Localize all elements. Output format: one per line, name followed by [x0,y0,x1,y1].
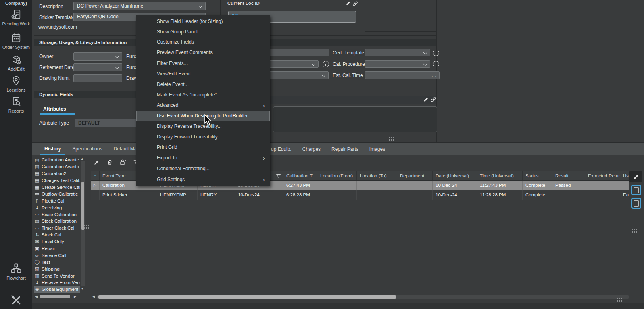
column-header-date-universal-[interactable]: Date (Universal) [433,171,477,180]
context-menu-item[interactable]: Show Field Header (for Sizing) [136,16,270,27]
event-type-list-item[interactable]: ∞ Service Call [34,252,80,259]
column-header-location-from-[interactable]: Location (From) [317,171,357,180]
event-type-list-item[interactable]: ⇅ Stock Cal [34,232,80,238]
event-type-list-item[interactable]: ⊕ Global Equipment [34,286,80,293]
edit-pencil-icon[interactable] [345,1,351,6]
context-menu-item[interactable]: Display Forward Traceability... [136,132,270,142]
ellipsis-button[interactable]: … [431,72,436,79]
column-header-user[interactable]: User [620,171,629,180]
context-menu-item[interactable]: Delete Event... [136,79,270,90]
list-scroll-left[interactable]: ◀ [35,295,38,299]
event-type-list-item[interactable]: ▥ Send To Vendor [34,272,80,279]
blue-action-button-1[interactable] [631,185,641,195]
column-header-calibration-t[interactable]: Calibration T [283,171,317,180]
event-type-list-item[interactable]: ✉ Email Only [34,238,80,245]
grid-scrollbar-thumb[interactable] [98,295,396,299]
splitter-grip[interactable] [389,137,390,138]
blue-action-button-2[interactable] [631,198,641,209]
website-link[interactable]: www.indysoft.com [38,24,77,30]
owner-dropdown[interactable] [73,52,122,61]
event-type-list-item[interactable]: ▦ Create Service Call [34,184,80,191]
link-icon[interactable] [430,96,436,102]
event-type-icon: ▣ [34,246,40,251]
list-scroll-up[interactable]: ▲ [81,157,84,161]
info-icon[interactable] [433,61,439,67]
tab[interactable]: Repair Parts [331,146,358,152]
context-menu-item[interactable]: Conditional Formatting... [136,163,270,174]
drawing-num-input[interactable] [73,74,122,82]
event-type-list-item[interactable]: ▣ Repair [34,245,80,252]
event-type-list-item[interactable]: ▧ Shipping [34,265,80,272]
cert-template-dropdown[interactable] [365,49,430,56]
event-type-list-item[interactable]: ▭ Outflow Calibratic [34,190,80,197]
row-expander-icon[interactable]: ▷ [91,181,100,190]
column-header-expected-retur[interactable]: Expected Retur [585,171,620,180]
sidebar-item-pending-work[interactable]: Pending Work [0,9,32,26]
context-menu-item[interactable]: Show Group Panel [136,27,270,37]
context-menu-item[interactable]: View/Edit Event... [136,69,270,79]
event-type-list-item[interactable]: ▯ Pipette Cal [34,197,80,204]
column-header-result[interactable]: Result [552,171,585,180]
sidebar-item-locations[interactable]: Locations [0,75,32,92]
context-menu-item[interactable]: Export To › [136,152,270,163]
sidebar-item-order-system[interactable]: Order System [0,32,32,50]
event-type-list-item[interactable]: ▤ Calibration Avantc [34,157,80,163]
context-menu-item[interactable]: Customize Fields [136,37,270,48]
sidebar-item-flowchart[interactable]: Flowchart [0,262,32,280]
event-type-list-item[interactable]: ▤ Stock Calibration [34,218,80,225]
info-icon[interactable] [323,61,329,67]
column-header-time-universal-[interactable]: Time (Universal) [477,171,523,180]
event-type-list-item[interactable]: ▤ Charges Test Calib [34,177,80,184]
retirement-date-dropdown[interactable] [73,63,122,71]
description-dropdown[interactable]: DC Power Analyzer Mainframe [73,2,206,10]
context-menu-item[interactable]: Advanced › [136,100,270,111]
event-type-list-item[interactable]: ↧ Receive From Venc [34,279,80,286]
event-type-list-item[interactable]: ▭ Scale Calibration [34,211,80,218]
grid-scroll-left[interactable]: ◀ [92,295,95,299]
tab[interactable]: History [39,143,67,155]
column-header-location-to-[interactable]: Location (To) [357,171,397,180]
column-header-department[interactable]: Department [397,171,433,180]
tab-attributes[interactable]: Attributes [43,106,66,112]
tab[interactable]: up Equip. [271,146,292,152]
column-header[interactable] [91,171,100,180]
splitter-grip[interactable] [617,298,618,299]
context-menu-item[interactable]: Filter Events... [136,58,270,69]
context-menu-item[interactable]: Display Reverse Traceability... [136,121,270,132]
list-scroll-down[interactable]: ▼ [81,287,84,291]
link-icon[interactable] [352,1,358,6]
tab[interactable]: Images [369,146,385,152]
event-type-list-item[interactable]: ◯ Test [34,259,80,265]
list-scrollbar-thumb[interactable] [81,182,84,230]
sidebar-item-reports[interactable]: Reports [0,96,32,113]
splitter-grip[interactable] [632,229,633,230]
context-menu-item[interactable]: Preview Event Comments [136,47,270,58]
notes-textarea[interactable] [273,106,437,132]
event-type-list-item[interactable]: ↧ Receiving [34,204,80,211]
event-type-list-item[interactable]: ▭ Timer Clock Cal [34,225,80,232]
info-icon[interactable] [433,50,439,56]
edit-pencil-button[interactable] [629,171,642,182]
context-menu-item[interactable]: Use Event When Designing In PrintBuilder [136,111,270,121]
edit-pencil-icon[interactable] [423,96,429,102]
sidebar-item-tools[interactable] [0,294,32,307]
list-scroll-right[interactable]: ▶ [74,295,76,299]
description-label: Description [39,4,63,9]
lock-dropdown-icon[interactable] [119,158,127,166]
context-menu-item[interactable]: Print Grid [136,142,270,153]
tab[interactable]: Specifications [67,143,108,155]
event-type-list-item[interactable]: ▤ Calibration2 [34,170,80,177]
edit-pencil-icon[interactable] [92,158,101,166]
est-cal-time-input[interactable]: … [365,71,440,79]
event-type-list-item[interactable]: ▤ Calibration Avantc [34,163,80,170]
context-menu-item[interactable]: Grid Settings › [136,174,270,185]
context-menu-item[interactable]: Mark Event As "Incomplete" [136,90,270,100]
list-h-scrollbar-thumb[interactable] [40,295,70,298]
tab[interactable]: Charges [302,146,321,152]
cal-procedure-dropdown[interactable] [365,60,430,68]
delete-trash-icon[interactable] [105,158,114,166]
grid-row[interactable]: Print StickerHENRYEMPHENRY10-Dec-246:28:… [91,190,629,200]
column-header-status[interactable]: Status [523,171,552,180]
splitter-grip[interactable] [84,225,85,226]
sidebar-item-add-edit[interactable]: Add/Edit [0,54,32,71]
